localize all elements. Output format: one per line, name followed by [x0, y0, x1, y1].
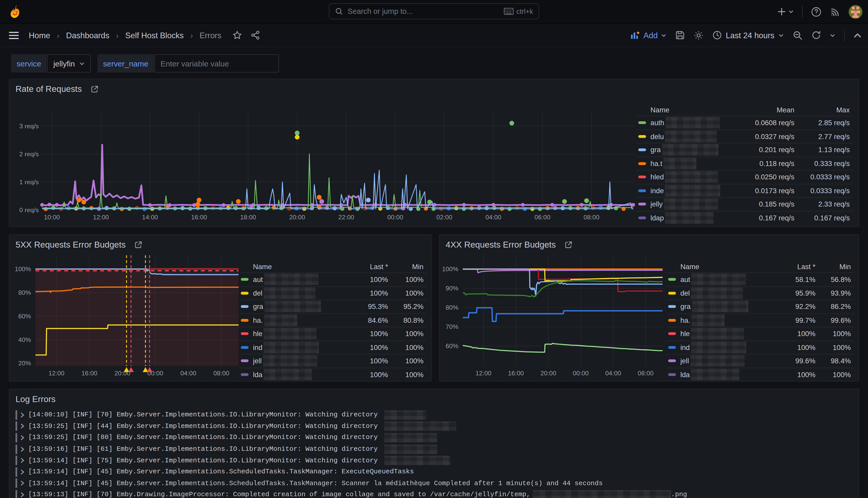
- series-name[interactable]: gra: [253, 302, 263, 311]
- expand-log-chevron-icon[interactable]: [20, 446, 25, 452]
- legend-row[interactable]: aut58.1%56.8%: [666, 273, 854, 286]
- series-name[interactable]: ha.: [680, 316, 690, 324]
- series-color-swatch[interactable]: [638, 189, 646, 192]
- series-name[interactable]: ldap: [651, 214, 664, 222]
- variable-service-select[interactable]: jellyfin: [47, 54, 91, 73]
- series-color-swatch[interactable]: [638, 121, 646, 124]
- legend-col-name[interactable]: Name: [651, 105, 728, 114]
- share-icon[interactable]: [251, 30, 261, 40]
- menu-hamburger-icon[interactable]: [9, 31, 19, 39]
- legend-row[interactable]: ind100%100%: [666, 340, 854, 354]
- legend-row[interactable]: ha.84.6%80.8%: [239, 313, 427, 327]
- series-color-swatch[interactable]: [241, 359, 249, 362]
- series-color-swatch[interactable]: [241, 319, 249, 322]
- series-color-swatch[interactable]: [241, 332, 249, 335]
- log-line[interactable]: [13:59:14] [INF] [45] Emby.Server.Implem…: [15, 466, 854, 477]
- series-color-swatch[interactable]: [241, 278, 249, 281]
- series-name[interactable]: auth: [651, 119, 664, 127]
- series-name[interactable]: jell: [253, 357, 262, 365]
- series-color-swatch[interactable]: [241, 292, 249, 294]
- expand-log-chevron-icon[interactable]: [20, 480, 25, 486]
- series-color-swatch[interactable]: [668, 373, 676, 376]
- legend-row[interactable]: del100%100%: [239, 286, 427, 300]
- legend-row[interactable]: hle100%100%: [239, 327, 427, 340]
- series-color-swatch[interactable]: [638, 135, 646, 138]
- collapse-toolbar-icon[interactable]: [854, 32, 861, 38]
- legend-col-name[interactable]: Name: [680, 262, 774, 271]
- legend-row[interactable]: ldap0.167 req/s0.167 req/s: [636, 211, 853, 224]
- series-color-swatch[interactable]: [668, 346, 676, 349]
- add-button[interactable]: Add: [631, 31, 667, 40]
- series-color-swatch[interactable]: [668, 359, 676, 362]
- expand-log-chevron-icon[interactable]: [20, 457, 25, 463]
- series-name[interactable]: hled: [651, 173, 664, 181]
- series-name[interactable]: hle: [253, 330, 263, 338]
- log-line[interactable]: [13:59:25] [INF] [44] Emby.Server.Implem…: [15, 420, 854, 432]
- series-name[interactable]: ha.t: [651, 159, 662, 168]
- refresh-interval-dropdown[interactable]: [830, 32, 836, 38]
- expand-log-chevron-icon[interactable]: [20, 469, 25, 475]
- legend-row[interactable]: auth0.0608 req/s2.85 req/s: [636, 116, 853, 129]
- legend-row[interactable]: hle100%100%: [666, 327, 854, 340]
- series-color-swatch[interactable]: [241, 305, 249, 308]
- series-name[interactable]: jell: [680, 357, 689, 365]
- dashboard-settings-gear-icon[interactable]: [694, 30, 704, 40]
- panel-title[interactable]: Log Errors: [15, 394, 55, 404]
- log-line[interactable]: [13:59:16] [INF] [61] Emby.Server.Implem…: [15, 443, 854, 455]
- legend-row[interactable]: lda100%100%: [666, 367, 854, 381]
- legend-row[interactable]: lda100%100%: [239, 367, 427, 381]
- series-name[interactable]: hle: [680, 330, 690, 338]
- log-line[interactable]: [13:59:25] [INF] [80] Emby.Server.Implem…: [15, 432, 854, 443]
- expand-log-chevron-icon[interactable]: [20, 423, 25, 430]
- legend-col-1[interactable]: Last *: [774, 262, 815, 271]
- series-name[interactable]: ind: [253, 343, 263, 352]
- legend-row[interactable]: inde0.0173 req/s0.0333 req/s: [636, 183, 853, 197]
- legend-row[interactable]: ha.99.7%99.6%: [666, 313, 854, 327]
- save-dashboard-icon[interactable]: [676, 30, 685, 40]
- series-name[interactable]: aut: [253, 275, 263, 284]
- breadcrumb-home[interactable]: Home: [29, 31, 50, 40]
- expand-log-chevron-icon[interactable]: [20, 435, 25, 441]
- series-name[interactable]: aut: [680, 275, 690, 284]
- series-name[interactable]: lda: [680, 370, 690, 378]
- legend-row[interactable]: aut100%100%: [239, 273, 427, 286]
- legend-row[interactable]: del95.9%93.9%: [666, 286, 854, 300]
- zoom-out-icon[interactable]: [792, 30, 803, 40]
- series-color-swatch[interactable]: [638, 162, 646, 165]
- expand-log-chevron-icon[interactable]: [20, 412, 25, 418]
- legend-row[interactable]: hled0.0250 req/s0.0333 req/s: [636, 170, 853, 184]
- legend-row[interactable]: gra92.2%86.2%: [666, 300, 854, 313]
- series-name[interactable]: jelly: [651, 200, 663, 208]
- expand-log-chevron-icon[interactable]: [20, 492, 25, 498]
- grafana-logo-icon[interactable]: [9, 4, 22, 19]
- series-name[interactable]: inde: [651, 186, 664, 195]
- legend-col-1[interactable]: Last *: [347, 262, 388, 271]
- series-color-swatch[interactable]: [638, 203, 646, 206]
- legend-row[interactable]: ha.t0.118 req/s0.333 req/s: [636, 157, 853, 170]
- log-line[interactable]: [13:59:14] [INF] [45] Emby.Server.Implem…: [15, 478, 854, 489]
- search-input[interactable]: Search or jump to... ctrl+k: [329, 3, 539, 19]
- series-color-swatch[interactable]: [668, 292, 676, 294]
- legend-col-1[interactable]: Mean: [728, 105, 794, 114]
- series-color-swatch[interactable]: [668, 332, 676, 335]
- news-rss-icon[interactable]: [830, 6, 840, 17]
- user-avatar[interactable]: [849, 5, 862, 18]
- time-range-picker[interactable]: Last 24 hours: [712, 30, 784, 40]
- new-button[interactable]: [777, 7, 794, 16]
- refresh-icon[interactable]: [812, 30, 821, 40]
- legend-row[interactable]: gra95.3%95.2%: [239, 300, 427, 313]
- series-color-swatch[interactable]: [668, 319, 676, 322]
- series-name[interactable]: del: [253, 289, 263, 297]
- variable-server-name-input[interactable]: Enter variable value: [155, 54, 279, 73]
- series-color-swatch[interactable]: [241, 373, 249, 376]
- legend-col-name[interactable]: Name: [253, 262, 347, 271]
- series-name[interactable]: del: [680, 289, 690, 297]
- log-line[interactable]: [13:59:13] [INF] [70] Emby.Drawing.Image…: [15, 489, 854, 498]
- help-icon[interactable]: [811, 6, 822, 17]
- legend-row[interactable]: jell99.6%98.4%: [666, 354, 854, 367]
- series-name[interactable]: gra: [680, 302, 691, 311]
- series-color-swatch[interactable]: [668, 305, 676, 308]
- series-name[interactable]: ha.: [253, 316, 263, 324]
- legend-row[interactable]: jell100%100%: [239, 354, 427, 367]
- legend-row[interactable]: jelly0.185 req/s2.33 req/s: [636, 197, 853, 211]
